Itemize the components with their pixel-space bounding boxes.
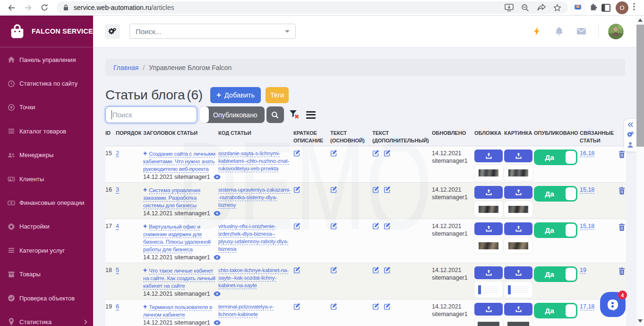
zoom-icon[interactable] (519, 1, 531, 14)
article-title-link[interactable]: Терминал пользователя в личном кабинете (143, 304, 212, 317)
edit-text-main-icon[interactable] (330, 222, 337, 231)
cover-thumbnail[interactable] (474, 282, 503, 298)
sidebar-item-точки[interactable]: Точки (0, 96, 93, 119)
upload-cover-button[interactable] (474, 222, 503, 235)
upload-image-button[interactable] (504, 186, 532, 199)
upload-image-button[interactable] (504, 266, 532, 279)
side-panel-icon[interactable] (601, 2, 611, 13)
page-scrollbar[interactable] (636, 16, 644, 326)
edit-text-extra-icon[interactable] (372, 150, 379, 159)
edit-text-extra-icon[interactable] (372, 303, 379, 312)
eye-icon[interactable] (214, 290, 221, 298)
delete-trash-icon[interactable] (618, 187, 625, 196)
expand-plus-icon[interactable]: + (143, 266, 147, 274)
filter-clear-icon[interactable] (289, 109, 301, 121)
sidebar-item-каталог-товаров[interactable]: Каталог товаров (0, 119, 93, 143)
edit-text-extra2-icon[interactable] (384, 186, 391, 195)
sidebar-item-финансовые-операции[interactable]: Финансовые операции (0, 191, 93, 214)
cover-thumbnail[interactable] (474, 238, 503, 254)
edit-text-extra2-icon[interactable] (384, 266, 391, 275)
edit-short-desc-icon[interactable] (293, 222, 301, 231)
edit-short-desc-icon[interactable] (293, 266, 301, 275)
sidebar-item-проверка-объектов[interactable]: Проверка объектов (0, 286, 93, 310)
image-thumbnail[interactable] (504, 238, 532, 254)
upload-cover-button[interactable] (474, 150, 503, 162)
sidebar-item-статистика-по-сайту[interactable]: Статистика по сайту (0, 71, 93, 95)
article-code-link[interactable]: virtualny-ofis-i-snizhenie-izderzhek-dly… (218, 223, 288, 252)
mail-icon[interactable] (576, 26, 586, 36)
published-toggle[interactable]: Да (534, 150, 577, 165)
scrollbar-up-arrow[interactable] (638, 18, 643, 22)
edit-text-extra-icon[interactable] (372, 222, 379, 231)
article-title-link[interactable]: Создание сайта с личными кабинетами. Что… (143, 151, 215, 172)
extension-avatar-icon[interactable] (571, 1, 584, 15)
expand-plus-icon[interactable]: + (143, 186, 147, 194)
published-toggle[interactable]: Да (534, 186, 577, 202)
eye-icon[interactable] (214, 173, 221, 181)
expand-plus-icon[interactable]: + (143, 303, 147, 310)
scrollbar-thumb[interactable] (636, 25, 644, 147)
browser-menu-icon[interactable] (633, 3, 635, 12)
sidebar-item-панель-управления[interactable]: Панель управления (0, 48, 93, 71)
edit-short-desc-icon[interactable] (293, 186, 301, 195)
sidebar-item-настройки[interactable]: Настройки (0, 215, 93, 238)
cover-thumbnail[interactable] (474, 318, 503, 326)
browser-back-icon[interactable] (6, 2, 17, 13)
install-app-icon[interactable] (503, 1, 515, 14)
edit-text-extra-icon[interactable] (372, 186, 379, 195)
expand-plus-icon[interactable]: + (143, 150, 147, 157)
article-title-link[interactable]: Виртуальный офис и снижение издержек для… (143, 224, 211, 252)
image-thumbnail[interactable] (504, 282, 532, 298)
eye-icon[interactable] (214, 319, 221, 326)
edit-text-main-icon[interactable] (330, 186, 337, 195)
sidebar-item-категории-услуг[interactable]: Категории услуг (0, 238, 93, 262)
bolt-icon[interactable] (532, 26, 542, 36)
bookmark-star-icon[interactable] (551, 1, 563, 14)
edit-short-desc-icon[interactable] (293, 303, 301, 312)
article-title-link[interactable]: Система управления заказами. Разработка … (143, 187, 200, 208)
brand[interactable]: FALCON SERVICE (0, 16, 93, 47)
edit-text-main-icon[interactable] (330, 266, 337, 275)
settings-gears-button[interactable] (105, 24, 120, 39)
edit-text-extra2-icon[interactable] (384, 150, 391, 159)
delete-trash-icon[interactable] (618, 267, 625, 277)
upload-cover-button[interactable] (474, 186, 503, 199)
edit-text-extra2-icon[interactable] (384, 222, 391, 231)
table-user-icon[interactable] (627, 141, 634, 148)
user-avatar[interactable] (608, 24, 624, 39)
related-articles-link[interactable]: 19 (580, 267, 586, 273)
order-link[interactable]: 5 (116, 267, 119, 273)
expand-plus-icon[interactable]: + (143, 222, 147, 230)
article-code-link[interactable]: chto-takoe-lichnye-kabinet-na-sayte--kak… (218, 267, 289, 288)
image-thumbnail[interactable] (504, 318, 532, 326)
menu-burger-icon[interactable] (306, 111, 316, 119)
tags-button[interactable]: Теги (266, 87, 289, 103)
extensions-puzzle-icon[interactable] (588, 2, 598, 13)
upload-image-button[interactable] (504, 222, 532, 235)
delete-trash-icon[interactable] (618, 150, 625, 160)
upload-image-button[interactable] (504, 303, 532, 316)
search-input[interactable]: Поиск (105, 106, 197, 123)
article-code-link[interactable]: terminal-polzovatelya-v-lichnom-kabinete (218, 304, 274, 317)
edit-text-extra-icon[interactable] (372, 266, 379, 275)
related-articles-link[interactable]: 15,18 (580, 223, 594, 229)
breadcrumb-home-link[interactable]: Главная (113, 64, 138, 71)
published-switch[interactable]: Опубликовано (200, 106, 265, 123)
edit-short-desc-icon[interactable] (293, 150, 301, 159)
eye-icon[interactable] (214, 210, 221, 217)
edit-text-main-icon[interactable] (330, 303, 337, 312)
scrollbar-down-arrow[interactable] (638, 319, 643, 323)
table-settings-gears-icon[interactable] (627, 131, 635, 138)
published-toggle[interactable]: Да (534, 222, 577, 238)
article-code-link[interactable]: sistema-upravleniya-zakazami--razrabotka… (218, 187, 291, 208)
upload-cover-button[interactable] (474, 266, 503, 279)
article-title-link[interactable]: Что такое личные кабинет на сайте. Как с… (143, 268, 215, 289)
published-toggle[interactable]: Да (534, 266, 577, 282)
sidebar-item-менеджеры[interactable]: Менеджеры (0, 143, 93, 167)
browser-forward-icon[interactable] (23, 2, 33, 13)
published-toggle[interactable]: Да (534, 303, 577, 318)
sidebar-item-статистика[interactable]: Статистика (0, 310, 93, 326)
delete-trash-icon[interactable] (618, 223, 625, 233)
related-articles-link[interactable]: 15,18 (580, 186, 594, 193)
upload-cover-button[interactable] (474, 303, 503, 316)
